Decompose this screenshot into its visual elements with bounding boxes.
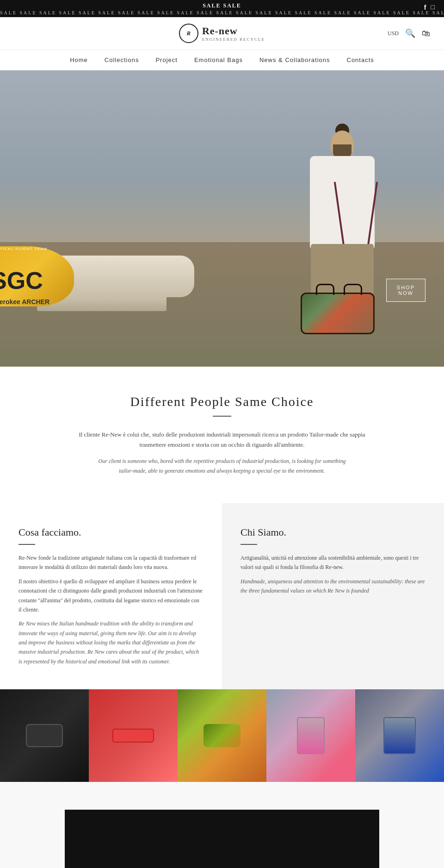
tactical-text: TACTICAL FLIGHT TEAM (0, 247, 48, 251)
nav-emotional-bags[interactable]: Emotional Bags (194, 56, 243, 63)
logo-link[interactable]: R Re-new ENGINEERED RECYCLE (179, 24, 265, 43)
hero-plane: TACTICAL FLIGHT TEAM SGC Cherokee ARCHER (0, 232, 204, 334)
plane-text-large: SGC (0, 269, 43, 293)
chi-text-en: Handmade, uniqueness and attention to th… (240, 577, 426, 596)
video-section (0, 782, 444, 868)
nav-project[interactable]: Project (155, 56, 177, 63)
header-actions: USD 🔍 🛍 (388, 28, 430, 38)
chi-title: Chi Siamo. (240, 526, 426, 538)
sale-ticker: SALE SALE SALE SALE SALE SALE SALE SALE … (0, 10, 444, 15)
main-nav: Home Collections Project Emotional Bags … (0, 50, 444, 70)
nav-home[interactable]: Home (70, 56, 88, 63)
nav-news-collaborations[interactable]: News & Collaborations (259, 56, 330, 63)
gallery-item-5[interactable] (355, 689, 444, 782)
tagline-text-it: Il cliente Re-New è colui che, stufo del… (79, 430, 365, 450)
cosa-text-en: Re New mixes the Italian handmade tradit… (18, 619, 204, 666)
search-icon[interactable]: 🔍 (405, 28, 415, 38)
tagline-title: Different People Same Choice (18, 394, 426, 409)
shop-now-line1: SHOP (397, 285, 415, 290)
gallery-item-1[interactable] (0, 689, 89, 782)
shop-now-line2: NOW (397, 290, 415, 296)
tagline-section: Different People Same Choice Il cliente … (0, 367, 444, 494)
sale-title: SALE SALE (0, 2, 444, 9)
currency-selector[interactable]: USD (388, 30, 399, 37)
brand-sub: ENGINEERED RECYCLE (202, 37, 265, 42)
cosa-text-it1: Re-New fonde la tradizione artigianale i… (18, 553, 204, 572)
cosa-facciamo-panel: Cosa facciamo. Re-New fonde la tradizion… (0, 503, 222, 689)
top-bar: SALE SALE SALE SALE SALE SALE SALE SALE … (0, 0, 444, 17)
about-section: Cosa facciamo. Re-New fonde la tradizion… (0, 503, 444, 689)
gallery-strip (0, 689, 444, 782)
person-bag (301, 293, 375, 334)
gallery-item-2[interactable] (89, 689, 178, 782)
hero-background: TACTICAL FLIGHT TEAM SGC Cherokee ARCHER (0, 70, 444, 367)
header: R Re-new ENGINEERED RECYCLE USD 🔍 🛍 (0, 17, 444, 50)
tagline-text-en: Our client is someone who, bored with th… (92, 456, 352, 475)
hero-person (296, 131, 388, 334)
logo-circle: R (179, 24, 198, 43)
cherokee-text: Cherokee ARCHER (0, 298, 49, 306)
logo-letter: R (187, 30, 191, 37)
chi-divider (240, 544, 257, 545)
logo-text: Re-new ENGINEERED RECYCLE (202, 25, 265, 42)
chi-siamo-panel: Chi Siamo. Artigianalità, unicità ed att… (222, 503, 444, 689)
person-head (331, 131, 354, 158)
cart-icon[interactable]: 🛍 (422, 29, 430, 38)
cosa-title: Cosa facciamo. (18, 526, 204, 538)
person-body (310, 156, 375, 249)
instagram-icon[interactable]: □ (431, 4, 435, 11)
cosa-text-it2: Il nostro obiettivo è quello di sviluppa… (18, 577, 204, 615)
gallery-item-3[interactable] (178, 689, 266, 782)
tagline-divider (213, 416, 231, 417)
nav-contacts[interactable]: Contacts (347, 56, 374, 63)
cosa-divider (18, 544, 35, 545)
chi-text-it: Artigianalità, unicità ed attenzione all… (240, 553, 426, 572)
nav-collections[interactable]: Collections (105, 56, 139, 63)
gallery-item-4[interactable] (266, 689, 355, 782)
hero-section: TACTICAL FLIGHT TEAM SGC Cherokee ARCHER (0, 70, 444, 367)
brand-name: Re-new (202, 25, 265, 37)
shop-now-button[interactable]: SHOP NOW (386, 279, 426, 302)
video-container (65, 810, 379, 868)
facebook-icon[interactable]: f (424, 4, 426, 11)
